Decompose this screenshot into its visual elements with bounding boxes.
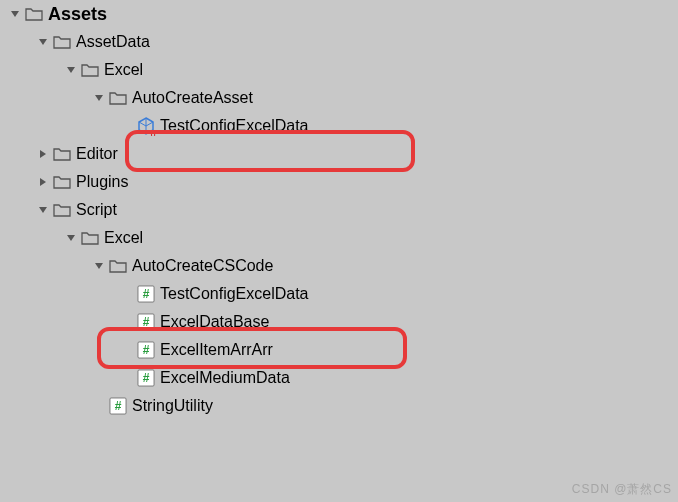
arrow-down-icon bbox=[64, 231, 78, 245]
scriptableobject-icon: {} bbox=[136, 116, 156, 136]
folder-icon bbox=[80, 228, 100, 248]
tree-label: AutoCreateCSCode bbox=[132, 257, 273, 275]
tree-item-editor[interactable]: Editor bbox=[0, 140, 678, 168]
folder-icon bbox=[52, 200, 72, 220]
arrow-down-icon bbox=[64, 63, 78, 77]
tree-item-autocreateasset[interactable]: AutoCreateAsset bbox=[0, 84, 678, 112]
tree-label: TestConfigExcelData bbox=[160, 117, 309, 135]
tree-item-excel-1[interactable]: Excel bbox=[0, 56, 678, 84]
svg-text:#: # bbox=[143, 343, 150, 357]
tree-label: Script bbox=[76, 201, 117, 219]
tree-item-script[interactable]: Script bbox=[0, 196, 678, 224]
csharp-script-icon: # bbox=[136, 284, 156, 304]
tree-label: StringUtility bbox=[132, 397, 213, 415]
arrow-right-icon bbox=[36, 175, 50, 189]
folder-icon bbox=[80, 60, 100, 80]
csharp-script-icon: # bbox=[136, 340, 156, 360]
tree-label: AssetData bbox=[76, 33, 150, 51]
tree-item-excelmediumdata[interactable]: # ExcelMediumData bbox=[0, 364, 678, 392]
tree-item-autocreatecscode[interactable]: AutoCreateCSCode bbox=[0, 252, 678, 280]
folder-icon bbox=[24, 4, 44, 24]
tree-label: Editor bbox=[76, 145, 118, 163]
tree-label: TestConfigExcelData bbox=[160, 285, 309, 303]
arrow-down-icon bbox=[36, 203, 50, 217]
folder-icon bbox=[52, 144, 72, 164]
folder-icon bbox=[108, 88, 128, 108]
svg-text:#: # bbox=[143, 315, 150, 329]
csharp-script-icon: # bbox=[108, 396, 128, 416]
tree-item-testconfig-asset[interactable]: {} TestConfigExcelData bbox=[0, 112, 678, 140]
tree-item-stringutility[interactable]: # StringUtility bbox=[0, 392, 678, 420]
tree-item-plugins[interactable]: Plugins bbox=[0, 168, 678, 196]
tree-label: ExcelMediumData bbox=[160, 369, 290, 387]
tree-label: Assets bbox=[48, 4, 107, 25]
tree-item-assetdata[interactable]: AssetData bbox=[0, 28, 678, 56]
watermark: CSDN @萧然CS bbox=[572, 481, 672, 498]
folder-icon bbox=[52, 172, 72, 192]
tree-item-exceldatabase[interactable]: # ExcelDataBase bbox=[0, 308, 678, 336]
tree-item-assets[interactable]: Assets bbox=[0, 0, 678, 28]
tree-item-excel-2[interactable]: Excel bbox=[0, 224, 678, 252]
svg-text:#: # bbox=[143, 371, 150, 385]
tree-label: AutoCreateAsset bbox=[132, 89, 253, 107]
tree-item-testconfig-cs[interactable]: # TestConfigExcelData bbox=[0, 280, 678, 308]
arrow-down-icon bbox=[92, 91, 106, 105]
tree-label: Excel bbox=[104, 61, 143, 79]
tree-item-excelitemarrarr[interactable]: # ExcelItemArrArr bbox=[0, 336, 678, 364]
svg-text:#: # bbox=[143, 287, 150, 301]
svg-text:{}: {} bbox=[150, 128, 156, 136]
folder-icon bbox=[108, 256, 128, 276]
tree-label: Excel bbox=[104, 229, 143, 247]
tree-label: Plugins bbox=[76, 173, 128, 191]
csharp-script-icon: # bbox=[136, 368, 156, 388]
arrow-down-icon bbox=[8, 7, 22, 21]
tree-label: ExcelDataBase bbox=[160, 313, 269, 331]
arrow-down-icon bbox=[36, 35, 50, 49]
csharp-script-icon: # bbox=[136, 312, 156, 332]
arrow-right-icon bbox=[36, 147, 50, 161]
tree-label: ExcelItemArrArr bbox=[160, 341, 273, 359]
svg-text:#: # bbox=[115, 399, 122, 413]
folder-icon bbox=[52, 32, 72, 52]
arrow-down-icon bbox=[92, 259, 106, 273]
